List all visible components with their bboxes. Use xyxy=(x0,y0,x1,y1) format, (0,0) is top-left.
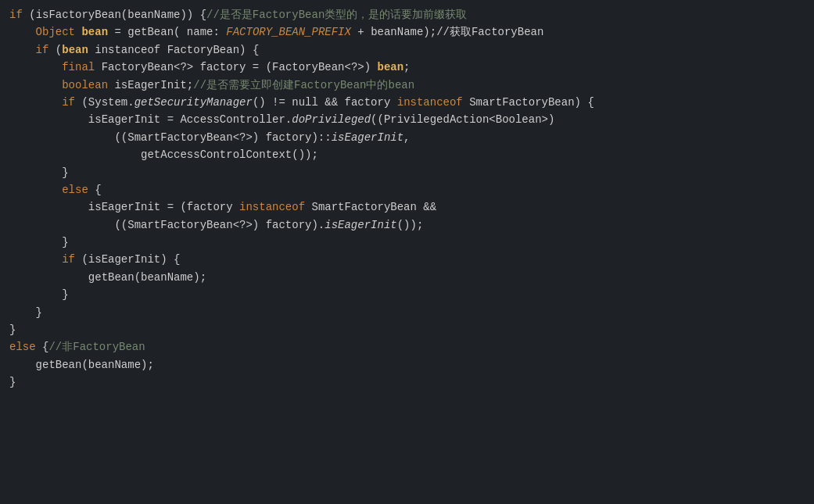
token: instanceof FactoryBean) { xyxy=(88,41,259,59)
code-line: else {//非FactoryBean xyxy=(0,338,814,356)
token: ( xyxy=(48,41,62,59)
token: isEagerInit = (factory xyxy=(88,198,239,216)
token: (System. xyxy=(75,94,134,111)
token: FACTORY_BEAN_PREFIX xyxy=(226,23,351,41)
token: Object xyxy=(36,23,82,41)
token: if xyxy=(9,6,23,23)
token: getBean(beanName); xyxy=(36,356,154,374)
code-line: } xyxy=(0,374,814,391)
code-line: Object bean = getBean( name: FACTORY_BEA… xyxy=(0,23,814,41)
token: else xyxy=(9,338,36,356)
code-viewer: if (isFactoryBean(beanName)) {//是否是Facto… xyxy=(0,0,814,504)
token: = xyxy=(108,23,127,41)
token: } xyxy=(9,374,16,391)
token: boolean xyxy=(62,77,114,94)
token: //是否需要立即创建FactoryBean中的bean xyxy=(193,77,414,94)
token: getSecurityManager xyxy=(134,94,253,111)
token: ((SmartFactoryBean<?>) factory). xyxy=(114,216,325,234)
token: bean xyxy=(81,23,108,41)
code-line: } xyxy=(0,304,814,321)
token: { xyxy=(36,338,49,356)
token: (isEagerInit) { xyxy=(75,251,180,268)
code-line: if (bean instanceof FactoryBean) { xyxy=(0,41,814,59)
code-line: } xyxy=(0,164,814,181)
token: , xyxy=(403,129,410,146)
token: () != null && factory xyxy=(253,94,397,111)
token: ((SmartFactoryBean<?>) factory):: xyxy=(114,129,331,146)
code-line: } xyxy=(0,321,814,338)
code-line: getBean(beanName); xyxy=(0,356,814,374)
token: bean xyxy=(62,41,88,59)
token: FactoryBean<?> factory = (FactoryBean<?>… xyxy=(102,59,378,76)
token: if xyxy=(62,94,75,111)
code-line: if (isFactoryBean(beanName)) {//是否是Facto… xyxy=(0,6,814,23)
token: { xyxy=(88,181,102,198)
token: getBean xyxy=(127,23,174,41)
code-line: if (System.getSecurityManager() != null … xyxy=(0,94,814,111)
code-line: getAccessControlContext()); xyxy=(0,146,814,163)
code-line: getBean(beanName); xyxy=(0,269,814,286)
token: else xyxy=(62,181,88,198)
token: //是否是FactoryBean类型的，是的话要加前缀获取 xyxy=(206,6,467,23)
token: isEagerInit = AccessController. xyxy=(88,111,292,128)
token: instanceof xyxy=(397,94,463,111)
token: ( xyxy=(23,6,36,23)
token: getBean(beanName); xyxy=(88,269,206,286)
token: final xyxy=(62,59,101,76)
token: } xyxy=(62,164,68,181)
code-line: else { xyxy=(0,181,814,198)
token: ( name: xyxy=(174,23,226,41)
token: if xyxy=(36,41,49,59)
token: instanceof xyxy=(239,198,305,216)
token: isEagerInit xyxy=(332,129,403,146)
code-line: boolean isEagerInit;//是否需要立即创建FactoryBea… xyxy=(0,77,814,94)
code-line: isEagerInit = (factory instanceof SmartF… xyxy=(0,198,814,216)
code-line: ((SmartFactoryBean<?>) factory).isEagerI… xyxy=(0,216,814,234)
token: } xyxy=(9,321,16,338)
token: isEagerInit xyxy=(325,216,396,234)
token: if xyxy=(62,251,75,268)
code-line: ((SmartFactoryBean<?>) factory)::isEager… xyxy=(0,129,814,146)
token: isFactoryBean xyxy=(36,6,121,23)
token: doPrivileged xyxy=(292,111,371,128)
token: ()); xyxy=(397,216,424,234)
token: } xyxy=(62,234,68,251)
token: isEagerInit; xyxy=(114,77,193,94)
code-line: } xyxy=(0,234,814,251)
token: SmartFactoryBean && xyxy=(305,198,436,216)
token: ; xyxy=(403,59,410,76)
token: SmartFactoryBean) { xyxy=(463,94,594,111)
token: //非FactoryBean xyxy=(48,338,145,356)
code-line: final FactoryBean<?> factory = (FactoryB… xyxy=(0,59,814,76)
token: getAccessControlContext()); xyxy=(141,146,318,163)
token: bean xyxy=(378,59,404,76)
token: } xyxy=(62,286,68,303)
code-line: isEagerInit = AccessController.doPrivile… xyxy=(0,111,814,128)
code-line: if (isEagerInit) { xyxy=(0,251,814,268)
token: + beanName);//获取FactoryBean xyxy=(351,23,543,41)
code-line: } xyxy=(0,286,814,303)
token: ((PrivilegedAction<Boolean>) xyxy=(371,111,554,128)
token: (beanName)) { xyxy=(121,6,206,23)
token: } xyxy=(36,304,42,321)
